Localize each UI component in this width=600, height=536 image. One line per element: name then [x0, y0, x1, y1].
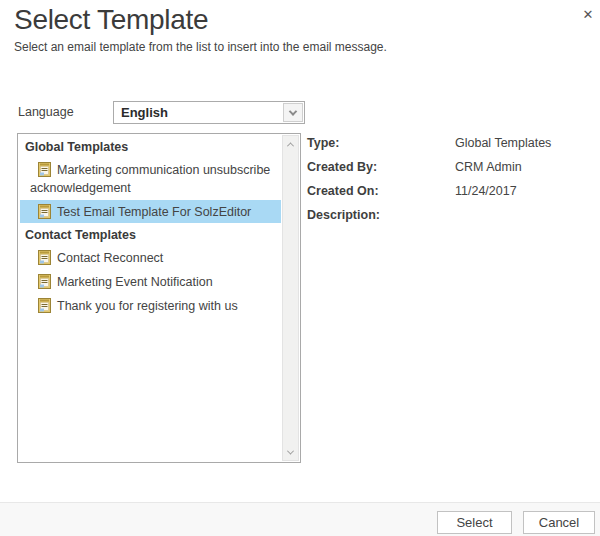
list-item-label: Marketing communication unsubscribe ackn…: [30, 163, 270, 195]
close-icon[interactable]: ✕: [578, 5, 598, 25]
created-by-label: Created By:: [307, 160, 455, 174]
detail-row-description: Description:: [307, 208, 595, 222]
language-select[interactable]: English: [113, 101, 305, 124]
page-title: Select Template: [14, 4, 208, 36]
detail-row-type: Type: Global Templates: [307, 136, 595, 150]
list-item-selected[interactable]: Test Email Template For SolzEditor: [20, 200, 281, 223]
created-on-value: 11/24/2017: [455, 184, 517, 198]
type-value: Global Templates: [455, 136, 551, 150]
type-label: Type:: [307, 136, 455, 150]
chevron-down-icon[interactable]: [283, 444, 298, 460]
email-template-icon: [38, 274, 51, 289]
language-selected-value: English: [121, 105, 168, 120]
list-item[interactable]: Marketing Event Notification: [20, 270, 281, 293]
chevron-down-icon[interactable]: [283, 103, 303, 122]
description-label: Description:: [307, 208, 455, 222]
email-template-icon: [38, 162, 51, 177]
list-item[interactable]: Marketing communication unsubscribe ackn…: [20, 158, 281, 199]
select-template-dialog: Select Template Select an email template…: [0, 0, 600, 536]
dialog-subtitle: Select an email template from the list t…: [14, 40, 387, 54]
select-button[interactable]: Select: [437, 511, 512, 534]
list-item-label: Thank you for registering with us: [57, 299, 238, 313]
list-item-label: Test Email Template For SolzEditor: [57, 205, 251, 219]
cancel-button[interactable]: Cancel: [523, 511, 595, 534]
email-template-icon: [38, 250, 51, 265]
created-by-value: CRM Admin: [455, 160, 522, 174]
list-item-label: Contact Reconnect: [57, 251, 163, 265]
list-item[interactable]: Contact Reconnect: [20, 246, 281, 269]
list-item[interactable]: Thank you for registering with us: [20, 294, 281, 317]
vertical-scrollbar[interactable]: [282, 135, 299, 461]
group-header-contact-templates: Contact Templates: [18, 224, 281, 245]
list-item-label: Marketing Event Notification: [57, 275, 213, 289]
template-details-panel: Type: Global Templates Created By: CRM A…: [307, 136, 595, 232]
detail-row-created-by: Created By: CRM Admin: [307, 160, 595, 174]
language-label: Language: [18, 105, 74, 119]
dialog-footer: Select Cancel: [0, 502, 600, 536]
detail-row-created-on: Created On: 11/24/2017: [307, 184, 595, 198]
email-template-icon: [38, 298, 51, 313]
email-template-icon: [38, 204, 51, 219]
template-listbox: Global Templates Marketing communication…: [17, 133, 301, 463]
template-list: Global Templates Marketing communication…: [18, 136, 281, 318]
created-on-label: Created On:: [307, 184, 455, 198]
chevron-up-icon[interactable]: [283, 136, 298, 152]
group-header-global-templates: Global Templates: [18, 136, 281, 157]
